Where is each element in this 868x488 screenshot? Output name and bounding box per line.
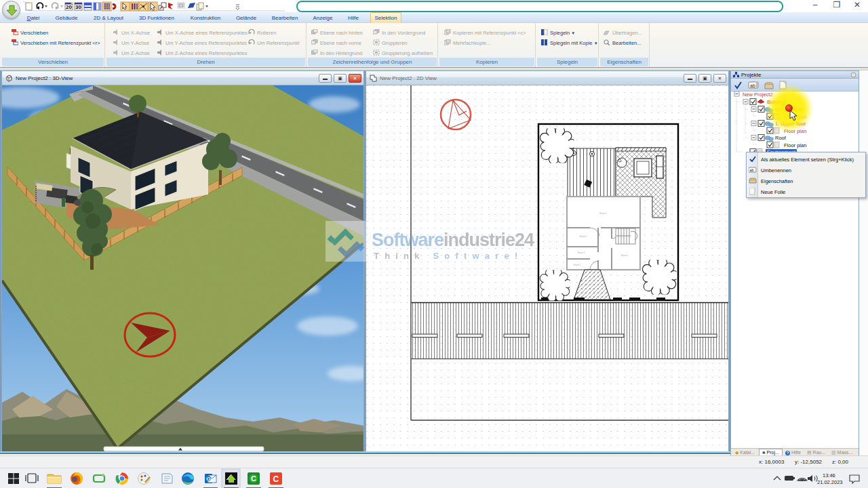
svg-text:Raum 1: Raum 1 [621,254,629,257]
svg-text:Think Software!: Think Software! [374,251,524,261]
svg-text:ab: ab [750,83,755,88]
svg-text:30: 30 [75,4,81,10]
svg-text:C: C [273,474,279,484]
svg-text:13:46: 13:46 [823,472,835,479]
svg-text:Raum 6: Raum 6 [599,212,607,215]
svg-text:Raum 5: Raum 5 [580,235,587,238]
svg-text:20: 20 [66,4,72,10]
svg-text:ab: ab [750,168,754,172]
svg-text:C: C [251,474,256,483]
svg-text:21.02.2023: 21.02.2023 [817,479,843,485]
svg-text:Raum 3: Raum 3 [578,251,585,254]
svg-text:Softwareindustrie24: Softwareindustrie24 [372,230,534,250]
svg-text:O: O [206,476,210,482]
svg-text:Raum 2: Raum 2 [574,264,581,266]
